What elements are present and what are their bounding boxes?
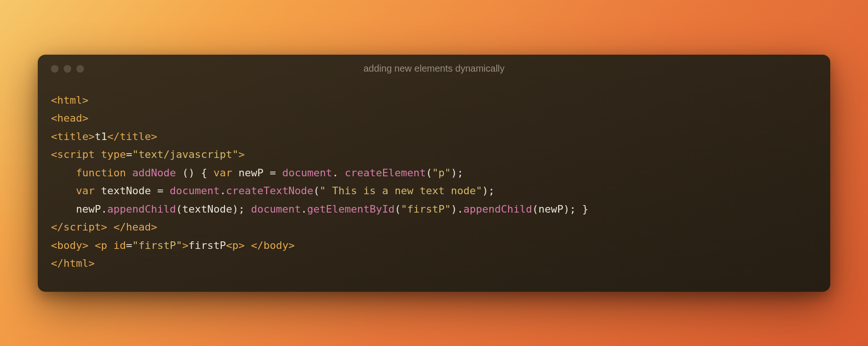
obj-document: document (170, 185, 220, 197)
paren-open: ( (182, 167, 188, 179)
window-titlebar: adding new elements dynamically (38, 55, 830, 77)
id-newp: newP (238, 167, 263, 179)
fn-appendchild: appendChild (463, 203, 532, 215)
tag-script-close: </script> (51, 221, 107, 233)
space (207, 167, 213, 179)
text-firstp: firstP (188, 239, 225, 251)
space (263, 167, 269, 179)
space (88, 239, 94, 251)
tag-head-open: <head> (51, 112, 88, 124)
gt: > (182, 239, 188, 251)
equals: = (157, 185, 163, 197)
string-firstp: "firstP" (401, 203, 451, 215)
obj-document: document (282, 167, 332, 179)
string-js: "text/javascript" (132, 148, 238, 160)
space (232, 167, 238, 179)
fn-createtextnode: createTextNode (226, 185, 313, 197)
attr-type: type (101, 148, 126, 160)
space (245, 239, 251, 251)
indent (51, 185, 76, 197)
traffic-lights (51, 65, 84, 73)
semi: ; (488, 185, 494, 197)
space (107, 239, 113, 251)
space (151, 185, 157, 197)
id-newp: newP (538, 203, 563, 215)
space (126, 167, 132, 179)
equals: = (126, 239, 132, 251)
id-textnode: textNode (101, 185, 151, 197)
code-editor[interactable]: <html> <head> <title>t1</title> <script … (38, 77, 830, 292)
kw-var: var (213, 167, 232, 179)
kw-function: function (76, 167, 126, 179)
code-window: adding new elements dynamically <html> <… (38, 55, 830, 292)
fn-appendchild: appendChild (107, 203, 176, 215)
space (195, 167, 201, 179)
string-firstp: "firstP" (132, 239, 182, 251)
semi: ; (569, 203, 576, 215)
paren-close: ) (451, 167, 457, 179)
dot: . (457, 203, 463, 215)
brace-open: { (201, 167, 207, 179)
semi: ; (457, 167, 463, 179)
tag-title-open: <title> (51, 131, 95, 142)
dot: . (220, 185, 226, 197)
tag-html-open: <html> (51, 94, 88, 106)
obj-document: document (251, 203, 301, 215)
id-textnode: textNode (182, 203, 232, 215)
space (95, 185, 101, 197)
equals: = (270, 167, 276, 179)
fn-getelementbyid: getElementById (307, 203, 394, 215)
attr-id: id (113, 239, 126, 251)
dot: . (332, 167, 338, 179)
tag-body-open: <body> (51, 239, 88, 251)
gt: > (238, 148, 244, 160)
close-icon[interactable] (51, 65, 58, 73)
id-newp: newP (76, 203, 101, 215)
space (95, 148, 101, 160)
string-textnode: " This is a new text node" (320, 185, 482, 197)
space (107, 221, 113, 233)
tag-p: <p> (226, 239, 245, 251)
tag-head-close: </head> (113, 221, 157, 233)
paren-close: ) (232, 203, 238, 215)
dot: . (101, 203, 107, 215)
paren-open: ( (176, 203, 182, 215)
paren-open: ( (313, 185, 319, 197)
paren-open: ( (395, 203, 401, 215)
tag-body-close: </body> (251, 239, 295, 251)
indent (51, 167, 76, 179)
paren-close: ) (563, 203, 569, 215)
tag-title-close: </title> (107, 131, 157, 142)
fn-createelement: createElement (345, 167, 426, 179)
dot: . (301, 203, 307, 215)
tag-html-close: </html> (51, 257, 95, 269)
equals: = (126, 148, 132, 160)
space (576, 203, 582, 215)
kw-var: var (76, 185, 95, 197)
semi: ; (238, 203, 244, 215)
indent (51, 203, 76, 215)
tag-script-open: <script (51, 148, 95, 160)
fn-addnode: addNode (132, 167, 176, 179)
paren-open: ( (426, 167, 432, 179)
title-text: t1 (95, 131, 108, 142)
paren-close: ) (188, 167, 194, 179)
space (163, 185, 169, 197)
space (338, 167, 344, 179)
space (245, 203, 251, 215)
minimize-icon[interactable] (64, 65, 71, 73)
paren-open: ( (532, 203, 538, 215)
tag-p-open: <p (95, 239, 108, 251)
paren-close: ) (451, 203, 457, 215)
brace-close: } (582, 203, 588, 215)
maximize-icon[interactable] (76, 65, 84, 73)
paren-close: ) (482, 185, 488, 197)
space (176, 167, 182, 179)
window-title: adding new elements dynamically (38, 63, 830, 74)
space (276, 167, 282, 179)
string-p: "p" (432, 167, 451, 179)
